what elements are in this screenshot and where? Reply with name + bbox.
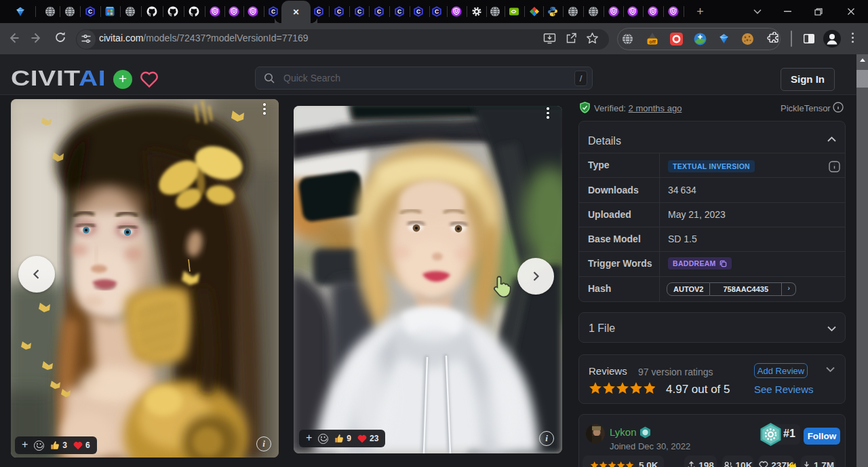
svg-text:C: C xyxy=(435,8,439,15)
svg-text:C: C xyxy=(317,8,321,15)
svg-text:U: U xyxy=(233,9,236,14)
svg-text:U: U xyxy=(631,9,634,14)
svg-text:C: C xyxy=(88,8,92,15)
svg-text:C: C xyxy=(337,8,341,15)
svg-text:C: C xyxy=(377,8,381,15)
svg-text:U: U xyxy=(214,9,217,14)
svg-text:U: U xyxy=(612,9,616,14)
svg-text:U: U xyxy=(252,9,255,14)
svg-text:C: C xyxy=(271,8,275,15)
svg-text:U: U xyxy=(454,9,458,14)
svg-text:C: C xyxy=(397,8,401,15)
svg-text:off: off xyxy=(649,39,656,45)
svg-text:C: C xyxy=(357,8,361,15)
svg-text:U: U xyxy=(671,9,675,14)
svg-text:C: C xyxy=(416,8,420,15)
svg-text:U: U xyxy=(651,9,654,14)
